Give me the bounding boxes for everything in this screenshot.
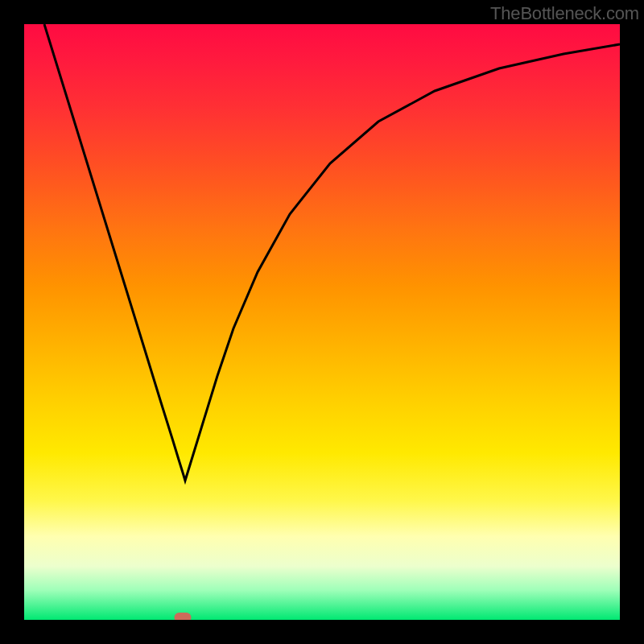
curve-svg bbox=[24, 24, 620, 620]
bottleneck-curve bbox=[44, 24, 620, 481]
minimum-marker bbox=[175, 613, 192, 620]
attribution-watermark: TheBottleneck.com bbox=[490, 3, 639, 24]
chart-plot-area bbox=[24, 24, 620, 620]
